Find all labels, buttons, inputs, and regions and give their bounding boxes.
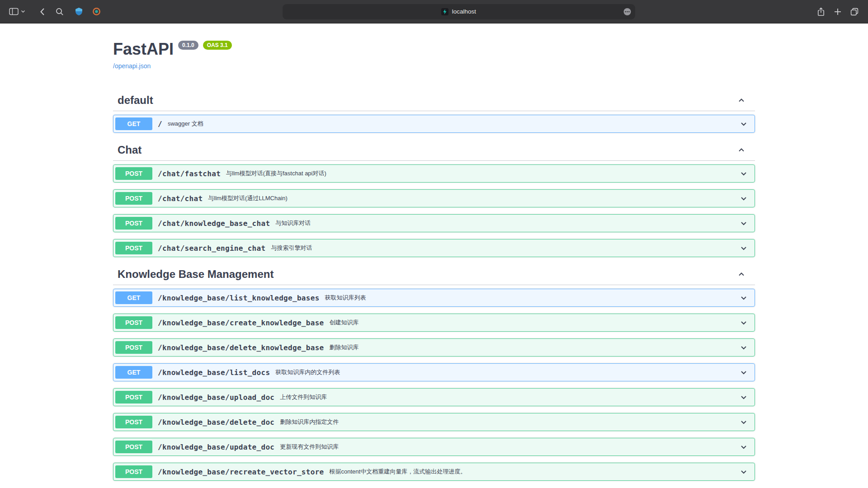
api-sections: default GET / swagger 文档 Chat POST /cha — [113, 90, 755, 481]
expand-icon[interactable] — [739, 368, 748, 377]
browser-toolbar: localhost — [0, 0, 868, 23]
expand-icon[interactable] — [739, 119, 748, 128]
new-tab-icon — [834, 8, 842, 16]
tab-overview-icon — [850, 7, 859, 16]
endpoint-summary: 创建知识库 — [330, 319, 359, 327]
page-menu-button[interactable] — [623, 7, 632, 16]
api-info: FastAPI 0.1.0 OAS 3.1 /openapi.json — [113, 40, 755, 70]
new-tab-button[interactable] — [834, 8, 842, 16]
tab-overview-button[interactable] — [850, 7, 859, 16]
endpoint-path: /chat/search_engine_chat — [158, 244, 265, 253]
endpoint-path: /knowledge_base/update_doc — [158, 443, 274, 451]
endpoint-path: /knowledge_base/list_docs — [158, 368, 270, 377]
endpoint-row[interactable]: POST /knowledge_base/recreate_vector_sto… — [113, 463, 755, 481]
method-badge: POST — [115, 341, 152, 354]
endpoint-summary: 删除知识库 — [330, 343, 359, 352]
endpoint-row[interactable]: POST /chat/chat 与llm模型对话(通过LLMChain) — [113, 189, 755, 207]
endpoint-row[interactable]: POST /knowledge_base/upload_doc 上传文件到知识库 — [113, 388, 755, 406]
toolbar-left-group — [9, 7, 101, 16]
toolbar-center: localhost — [101, 4, 816, 19]
api-section: default GET / swagger 文档 — [113, 90, 755, 133]
collapse-icon[interactable] — [737, 96, 746, 105]
share-button[interactable] — [816, 7, 826, 16]
sidebar-toggle-button[interactable] — [9, 8, 25, 15]
expand-icon[interactable] — [739, 418, 748, 427]
section-title: Chat — [118, 143, 142, 157]
endpoint-summary: 获取知识库列表 — [325, 294, 366, 302]
toolbar-right-group — [816, 7, 859, 16]
method-badge: POST — [115, 391, 152, 404]
endpoint-path: /knowledge_base/delete_knowledge_base — [158, 343, 324, 352]
collapse-icon[interactable] — [737, 145, 746, 155]
endpoint-row[interactable]: POST /chat/fastchat 与llm模型对话(直接与fastchat… — [113, 164, 755, 183]
method-badge: POST — [115, 316, 152, 329]
endpoint-row[interactable]: POST /knowledge_base/create_knowledge_ba… — [113, 314, 755, 332]
section-header[interactable]: default — [113, 90, 755, 111]
method-badge: GET — [115, 291, 152, 304]
expand-icon[interactable] — [739, 169, 748, 178]
endpoint-path: /knowledge_base/delete_doc — [158, 418, 274, 427]
method-badge: POST — [115, 416, 152, 428]
section-title: Knowledge Base Management — [118, 267, 274, 281]
back-button[interactable] — [40, 8, 45, 16]
expand-icon[interactable] — [739, 442, 748, 451]
expand-icon[interactable] — [739, 219, 748, 228]
section-header[interactable]: Chat — [113, 140, 755, 161]
endpoint-path: /chat/fastchat — [158, 169, 221, 178]
sidebar-chevron-icon — [21, 10, 25, 13]
endpoint-summary: 与搜索引擎对话 — [271, 244, 312, 252]
endpoint-row[interactable]: POST /chat/knowledge_base_chat 与知识库对话 — [113, 214, 755, 232]
endpoint-summary: 更新现有文件到知识库 — [280, 443, 339, 451]
endpoint-summary: 与知识库对话 — [275, 219, 311, 227]
section-title: default — [118, 94, 153, 107]
record-extension-icon — [92, 7, 101, 16]
endpoint-row[interactable]: GET /knowledge_base/list_knowledge_bases… — [113, 289, 755, 307]
extension-button-1[interactable] — [75, 7, 83, 16]
sidebar-icon — [9, 8, 19, 15]
api-title-text: FastAPI — [113, 40, 174, 59]
swagger-page: FastAPI 0.1.0 OAS 3.1 /openapi.json defa… — [104, 23, 764, 481]
expand-icon[interactable] — [739, 393, 748, 402]
endpoint-path: /chat/chat — [158, 194, 203, 203]
search-button[interactable] — [56, 8, 64, 16]
method-badge: POST — [115, 217, 152, 230]
method-badge: GET — [115, 117, 152, 130]
endpoint-path: /knowledge_base/create_knowledge_base — [158, 319, 324, 327]
endpoint-row[interactable]: POST /knowledge_base/update_doc 更新现有文件到知… — [113, 438, 755, 456]
openapi-link[interactable]: /openapi.json — [113, 62, 151, 70]
back-icon — [40, 8, 45, 16]
method-badge: POST — [115, 465, 152, 478]
share-icon — [816, 7, 826, 16]
expand-icon[interactable] — [739, 194, 748, 203]
collapse-icon[interactable] — [737, 270, 746, 279]
endpoint-path: /chat/knowledge_base_chat — [158, 219, 270, 228]
expand-icon[interactable] — [739, 244, 748, 253]
section-endpoints: GET /knowledge_base/list_knowledge_bases… — [113, 289, 755, 481]
method-badge: GET — [115, 366, 152, 379]
endpoint-path: /knowledge_base/upload_doc — [158, 393, 274, 402]
expand-icon[interactable] — [739, 343, 748, 352]
endpoint-row[interactable]: POST /knowledge_base/delete_doc 删除知识库内指定… — [113, 413, 755, 431]
expand-icon[interactable] — [739, 467, 748, 476]
endpoint-summary: 获取知识库内的文件列表 — [275, 368, 340, 376]
endpoint-summary: 上传文件到知识库 — [280, 393, 327, 401]
endpoint-path: /knowledge_base/recreate_vector_store — [158, 468, 324, 476]
site-favicon — [441, 8, 448, 15]
endpoint-row[interactable]: POST /knowledge_base/delete_knowledge_ba… — [113, 338, 755, 357]
expand-icon[interactable] — [739, 293, 748, 302]
page-title: FastAPI 0.1.0 OAS 3.1 — [113, 40, 755, 59]
extension-button-2[interactable] — [92, 7, 101, 16]
endpoint-row[interactable]: GET / swagger 文档 — [113, 115, 755, 133]
endpoint-path: /knowledge_base/list_knowledge_bases — [158, 294, 320, 302]
address-bar[interactable]: localhost — [283, 4, 635, 19]
api-section: Chat POST /chat/fastchat 与llm模型对话(直接与fas… — [113, 140, 755, 257]
expand-icon[interactable] — [739, 318, 748, 327]
endpoint-row[interactable]: POST /chat/search_engine_chat 与搜索引擎对话 — [113, 239, 755, 257]
endpoint-summary: 与llm模型对话(直接与fastchat api对话) — [226, 169, 326, 178]
search-icon — [56, 8, 64, 16]
page-menu-icon — [623, 7, 632, 16]
method-badge: POST — [115, 441, 152, 453]
method-badge: POST — [115, 167, 152, 180]
endpoint-row[interactable]: GET /knowledge_base/list_docs 获取知识库内的文件列… — [113, 363, 755, 381]
section-header[interactable]: Knowledge Base Management — [113, 264, 755, 285]
